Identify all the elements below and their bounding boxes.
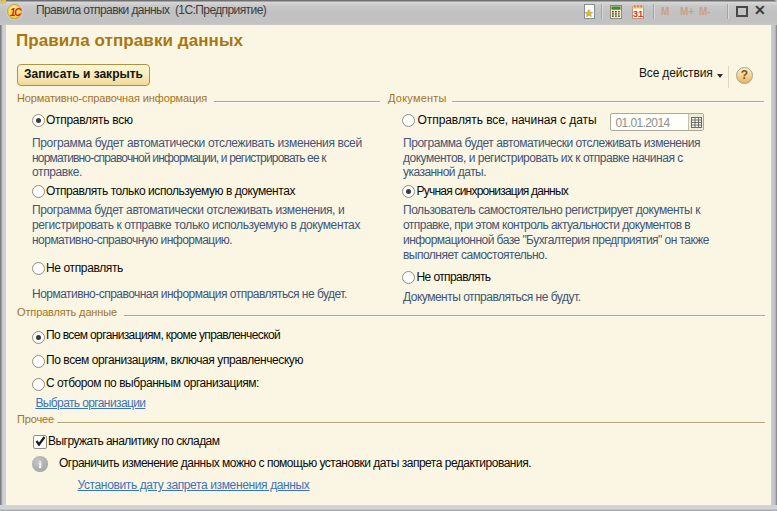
svg-text:31: 31	[633, 8, 644, 19]
